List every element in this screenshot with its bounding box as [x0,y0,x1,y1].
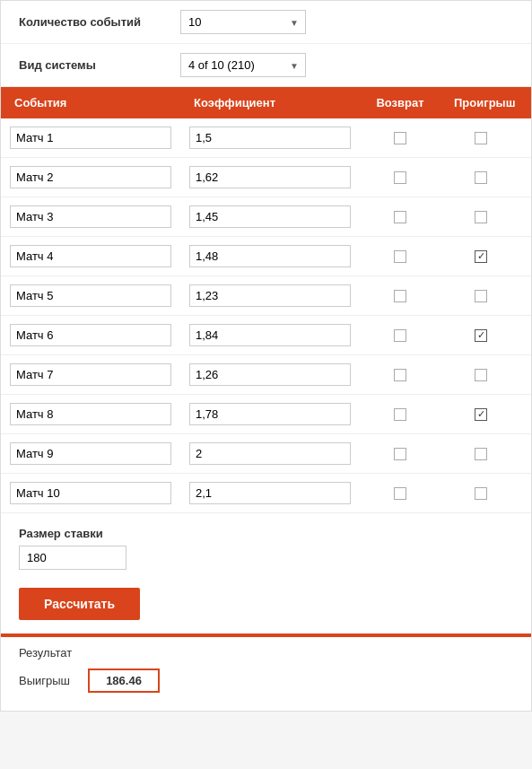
cell-return-7[interactable] [360,369,440,381]
event-input-9[interactable] [10,442,171,465]
coeff-input-5[interactable] [189,284,351,307]
col-header-return: Возврат [360,87,440,118]
cell-event-2 [1,162,180,192]
cell-coeff-9 [180,439,360,468]
event-input-3[interactable] [10,205,171,228]
return-checkbox-5[interactable] [394,290,406,302]
cell-lose-7[interactable] [440,369,521,381]
lose-checkbox-8[interactable] [475,408,487,421]
cell-event-1 [1,123,180,153]
col-header-events: События [1,87,180,118]
return-checkbox-9[interactable] [394,448,406,460]
lose-checkbox-9[interactable] [475,448,487,460]
cell-coeff-6 [180,320,360,350]
cell-return-6[interactable] [360,329,440,342]
lose-checkbox-1[interactable] [475,132,487,144]
win-value: 186.46 [88,669,160,693]
lose-checkbox-3[interactable] [475,211,487,223]
coeff-input-1[interactable] [189,127,351,149]
table-row [1,197,531,237]
return-checkbox-4[interactable] [394,250,406,263]
coeff-input-9[interactable] [189,442,351,465]
cell-event-10 [1,478,180,508]
coeff-input-4[interactable] [189,245,351,267]
cell-return-1[interactable] [360,132,440,144]
table-row [1,474,531,513]
cell-lose-9[interactable] [440,448,521,460]
coeff-input-10[interactable] [189,482,351,504]
events-count-row: Количество событий 10 5 8 12 [1,1,531,44]
event-input-2[interactable] [10,166,171,188]
cell-coeff-8 [180,399,360,429]
return-checkbox-1[interactable] [394,132,406,144]
cell-lose-1[interactable] [440,132,521,144]
return-checkbox-8[interactable] [394,408,406,421]
cell-coeff-3 [180,202,360,232]
cell-event-7 [1,360,180,389]
cell-lose-10[interactable] [440,487,521,500]
col-header-lose: Проигрыш [440,87,529,118]
event-input-7[interactable] [10,363,171,386]
cell-lose-4[interactable] [440,250,521,263]
lose-checkbox-7[interactable] [475,369,487,381]
calculate-button[interactable]: Рассчитать [19,588,140,620]
cell-lose-8[interactable] [440,408,521,421]
system-type-select[interactable]: 4 of 10 (210) 3 of 10 (120) [180,53,306,77]
system-type-select-wrapper: 4 of 10 (210) 3 of 10 (120) [180,53,306,77]
return-checkbox-10[interactable] [394,487,406,500]
system-type-label: Вид системы [19,58,180,72]
events-count-select[interactable]: 10 5 8 12 [180,10,306,34]
stake-input[interactable] [19,546,126,570]
cell-lose-3[interactable] [440,211,521,223]
events-count-select-wrapper: 10 5 8 12 [180,10,306,34]
main-container: Количество событий 10 5 8 12 Вид системы… [0,0,532,712]
table-row [1,276,531,316]
col-header-coefficient: Коэффициент [180,87,360,118]
return-checkbox-2[interactable] [394,171,406,184]
stake-label: Размер ставки [19,527,513,540]
lose-checkbox-2[interactable] [475,171,487,184]
cell-return-3[interactable] [360,211,440,223]
return-checkbox-7[interactable] [394,369,406,381]
event-input-8[interactable] [10,403,171,425]
cell-event-6 [1,320,180,350]
cell-coeff-1 [180,123,360,153]
coeff-input-3[interactable] [189,205,351,228]
cell-return-4[interactable] [360,250,440,263]
cell-lose-6[interactable] [440,329,521,342]
cell-return-5[interactable] [360,290,440,302]
coeff-input-7[interactable] [189,363,351,386]
cell-return-9[interactable] [360,448,440,460]
cell-coeff-4 [180,241,360,271]
coeff-input-8[interactable] [189,403,351,425]
coeff-input-2[interactable] [189,166,351,188]
events-count-label: Количество событий [19,15,180,29]
table-row [1,395,531,434]
event-input-4[interactable] [10,245,171,267]
table-row [1,158,531,197]
cell-return-2[interactable] [360,171,440,184]
event-input-1[interactable] [10,127,171,149]
table-row [1,237,531,276]
table-row [1,316,531,355]
cell-event-9 [1,439,180,468]
event-input-10[interactable] [10,482,171,504]
lose-checkbox-6[interactable] [475,329,487,342]
event-input-6[interactable] [10,324,171,346]
lose-checkbox-10[interactable] [475,487,487,500]
cell-return-10[interactable] [360,487,440,500]
match-rows-container [1,118,531,513]
lose-checkbox-5[interactable] [475,290,487,302]
cell-lose-5[interactable] [440,290,521,302]
result-section: Результат Выигрыш 186.46 [1,637,531,711]
lose-checkbox-4[interactable] [475,250,487,263]
cell-return-8[interactable] [360,408,440,421]
coeff-input-6[interactable] [189,324,351,346]
result-row: Выигрыш 186.46 [19,669,513,693]
cell-event-5 [1,281,180,310]
return-checkbox-3[interactable] [394,211,406,223]
cell-lose-2[interactable] [440,171,521,184]
return-checkbox-6[interactable] [394,329,406,342]
event-input-5[interactable] [10,284,171,307]
cell-coeff-2 [180,162,360,192]
